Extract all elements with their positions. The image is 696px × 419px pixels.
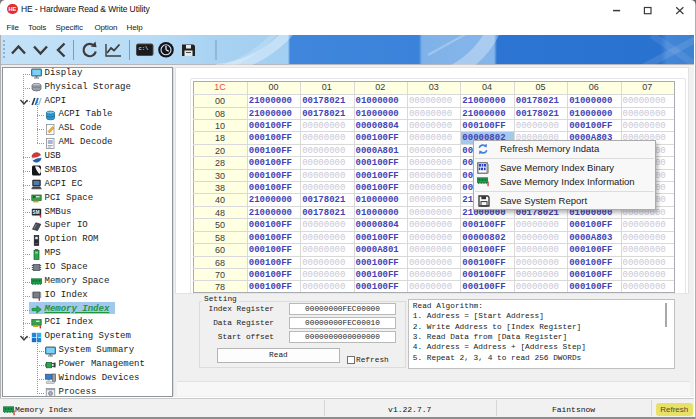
svg-text:SM: SM: [33, 210, 40, 215]
svg-text:c:\: c:\: [139, 45, 149, 52]
